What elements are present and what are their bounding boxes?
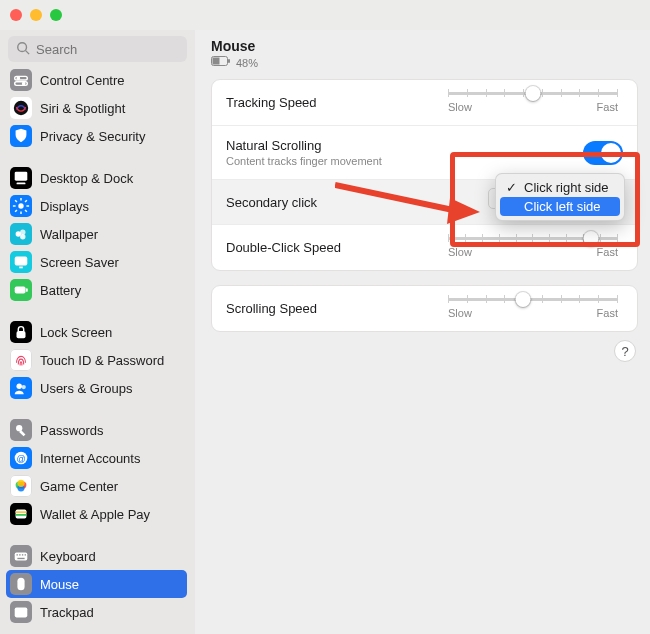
svg-line-17 [25, 210, 27, 212]
svg-rect-44 [22, 554, 23, 555]
svg-rect-43 [19, 554, 20, 555]
svg-rect-41 [15, 552, 28, 560]
sidebar-item-trackpad[interactable]: Trackpad [6, 598, 187, 626]
slider-label-fast: Fast [597, 101, 618, 113]
sidebar-item-control-centre[interactable]: Control Centre [6, 68, 187, 94]
sidebar-item-battery[interactable]: Battery [6, 276, 187, 304]
battery-text: 48% [236, 57, 258, 69]
settings-window: AppearanceAccessibilityControl CentreSir… [0, 0, 650, 634]
page-title: Mouse [211, 38, 638, 54]
search-input[interactable] [36, 42, 179, 57]
slider-double-click-speed[interactable]: SlowFast [443, 237, 623, 258]
search-field[interactable] [8, 36, 187, 62]
sidebar-item-label: Wallet & Apple Pay [40, 507, 150, 522]
slider-label-fast: Fast [597, 307, 618, 319]
slider-label-slow: Slow [448, 307, 472, 319]
traffic-lights [10, 9, 62, 21]
svg-point-7 [23, 82, 25, 84]
internet-accounts-icon: @ [10, 447, 32, 469]
menu-item-click-left-side[interactable]: Click left side [500, 197, 620, 216]
battery-status: 48% [211, 56, 638, 69]
sidebar-item-label: Internet Accounts [40, 451, 140, 466]
passwords-icon [10, 419, 32, 441]
control-centre-icon [10, 69, 32, 91]
main-pane: Mouse 48% Tracking Speed SlowFast [195, 30, 650, 634]
sidebar-item-touch-id[interactable]: Touch ID & Password [6, 346, 187, 374]
slider-scrolling-speed[interactable]: SlowFast [443, 298, 623, 319]
row-tracking-speed: Tracking Speed SlowFast [212, 80, 637, 126]
svg-rect-24 [19, 267, 23, 269]
sidebar-item-label: Mouse [40, 577, 79, 592]
sidebar-item-game-center[interactable]: Game Center [6, 472, 187, 500]
wallpaper-icon [10, 223, 32, 245]
slider-tracking-speed[interactable]: SlowFast [443, 92, 623, 113]
minimize-window-button[interactable] [30, 9, 42, 21]
svg-line-16 [15, 200, 17, 202]
trackpad-icon [10, 601, 32, 623]
row-scrolling-speed: Scrolling Speed SlowFast [212, 286, 637, 331]
svg-rect-23 [15, 257, 28, 266]
titlebar [0, 0, 650, 30]
svg-rect-47 [17, 578, 24, 591]
svg-rect-9 [15, 172, 28, 181]
sidebar-item-label: Siri & Spotlight [40, 101, 125, 116]
sidebar-item-label: Wallpaper [40, 227, 98, 242]
sidebar-scroll[interactable]: AppearanceAccessibilityControl CentreSir… [0, 68, 195, 634]
sidebar-item-internet-accounts[interactable]: @Internet Accounts [6, 444, 187, 472]
svg-point-37 [17, 480, 24, 487]
svg-rect-46 [17, 558, 24, 559]
sidebar-item-label: Control Centre [40, 73, 125, 88]
sidebar-item-label: Trackpad [40, 605, 94, 620]
sidebar-item-desktop-dock[interactable]: Desktop & Dock [6, 164, 187, 192]
privacy-icon [10, 125, 32, 147]
sidebar-item-users-groups[interactable]: Users & Groups [6, 374, 187, 402]
close-window-button[interactable] [10, 9, 22, 21]
svg-rect-40 [16, 514, 27, 516]
menu-item-click-right-side[interactable]: ✓ Click right side [500, 178, 620, 197]
sidebar-item-keyboard[interactable]: Keyboard [6, 542, 187, 570]
users-groups-icon [10, 377, 32, 399]
touch-id-icon [10, 349, 32, 371]
svg-rect-42 [17, 554, 18, 555]
svg-point-29 [22, 385, 26, 389]
slider-label-slow: Slow [448, 246, 472, 258]
sidebar: AppearanceAccessibilityControl CentreSir… [0, 30, 195, 634]
svg-line-1 [26, 50, 30, 54]
mouse-icon [10, 573, 32, 595]
search-icon [16, 41, 30, 58]
toggle-natural-scrolling[interactable] [583, 141, 623, 165]
settings-panel-2: Scrolling Speed SlowFast [211, 285, 638, 332]
svg-point-28 [17, 384, 22, 389]
menu-item-label: Click left side [524, 199, 601, 214]
help-button[interactable]: ? [614, 340, 636, 362]
sidebar-item-siri[interactable]: Siri & Spotlight [6, 94, 187, 122]
sidebar-item-mouse[interactable]: Mouse [6, 570, 187, 598]
battery-icon [10, 279, 32, 301]
svg-rect-50 [213, 58, 220, 65]
battery-icon [211, 56, 231, 69]
sidebar-item-label: Privacy & Security [40, 129, 145, 144]
slider-label-fast: Fast [597, 246, 618, 258]
svg-point-8 [14, 101, 28, 115]
check-icon: ✓ [506, 180, 518, 195]
svg-point-30 [16, 425, 22, 431]
sidebar-item-privacy[interactable]: Privacy & Security [6, 122, 187, 150]
svg-text:@: @ [16, 454, 25, 464]
wallet-icon [10, 503, 32, 525]
row-natural-scrolling: Natural Scrolling Content tracks finger … [212, 126, 637, 180]
sidebar-item-label: Lock Screen [40, 325, 112, 340]
svg-rect-25 [15, 286, 26, 293]
sidebar-item-lock-screen[interactable]: Lock Screen [6, 318, 187, 346]
label-double-click-speed: Double-Click Speed [226, 240, 341, 255]
sidebar-item-displays[interactable]: Displays [6, 192, 187, 220]
sidebar-item-screensaver[interactable]: Screen Saver [6, 248, 187, 276]
zoom-window-button[interactable] [50, 9, 62, 21]
sidebar-item-wallpaper[interactable]: Wallpaper [6, 220, 187, 248]
sidebar-item-wallet[interactable]: Wallet & Apple Pay [6, 500, 187, 528]
sidebar-item-label: Battery [40, 283, 81, 298]
slider-label-slow: Slow [448, 101, 472, 113]
desktop-dock-icon [10, 167, 32, 189]
sidebar-item-passwords[interactable]: Passwords [6, 416, 187, 444]
svg-point-11 [18, 203, 23, 208]
content: AppearanceAccessibilityControl CentreSir… [0, 30, 650, 634]
